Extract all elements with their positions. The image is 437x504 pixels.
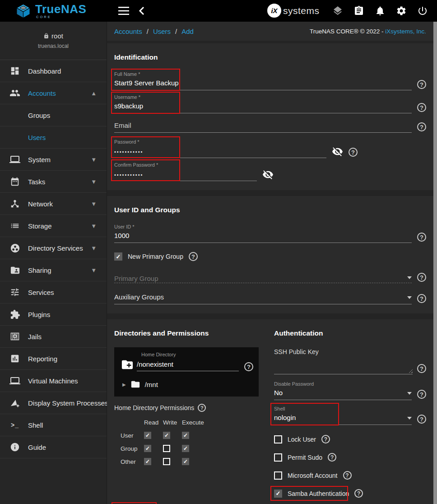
folder-add-icon[interactable] <box>120 358 135 371</box>
new-primary-group-row: New Primary Group <box>114 252 426 261</box>
group-read-checkbox[interactable] <box>144 445 151 452</box>
dropdown-arrow-icon[interactable] <box>407 392 412 395</box>
dropdown-arrow-icon[interactable] <box>407 417 412 420</box>
password-field[interactable]: Password * ••••••••••• <box>114 139 326 158</box>
sidebar-item-users[interactable]: Users <box>0 126 107 149</box>
password-input[interactable]: ••••••••••• <box>114 147 326 158</box>
user-write-checkbox[interactable] <box>163 432 170 439</box>
help-icon[interactable] <box>321 435 330 443</box>
help-icon[interactable] <box>417 273 426 282</box>
help-icon[interactable] <box>198 404 206 412</box>
user-execute-checkbox[interactable] <box>182 432 189 439</box>
help-icon[interactable] <box>417 390 426 399</box>
breadcrumb-accounts[interactable]: Accounts <box>114 28 142 35</box>
tree-expand-icon[interactable]: ▶ <box>122 382 126 387</box>
sidebar-item-accounts[interactable]: Accounts ▲ <box>0 82 107 104</box>
help-icon[interactable] <box>417 233 426 242</box>
notifications-bell-icon[interactable] <box>375 5 386 16</box>
lock-user-checkbox[interactable] <box>274 435 282 443</box>
user-read-checkbox[interactable] <box>144 432 151 439</box>
sidebar-item-plugins[interactable]: Plugins <box>0 303 107 326</box>
power-icon[interactable] <box>417 5 428 16</box>
directory-services-icon <box>9 243 20 253</box>
truecommand-icon[interactable] <box>332 5 343 16</box>
sidebar-item-services[interactable]: Services <box>0 281 107 303</box>
username-input[interactable]: s9backup <box>114 102 412 113</box>
new-primary-group-checkbox[interactable] <box>114 252 122 261</box>
full-name-input[interactable]: Start9 Server Backup <box>114 79 412 90</box>
help-icon[interactable] <box>417 294 426 303</box>
help-icon[interactable] <box>343 471 352 480</box>
sidebar-item-sharing[interactable]: Sharing ▼ <box>0 259 107 281</box>
group-execute-checkbox[interactable] <box>182 445 189 452</box>
other-read-checkbox[interactable] <box>144 458 151 465</box>
directories-authentication-section: Directories and Permissions Home Directo… <box>107 319 433 504</box>
sidebar-item-jails[interactable]: Jails <box>0 326 107 348</box>
user-id-field[interactable]: User ID * 1000 <box>114 224 412 243</box>
confirm-password-field[interactable]: Confirm Password * ••••••••••• <box>114 162 257 181</box>
help-icon[interactable] <box>417 415 426 424</box>
tasks-clipboard-icon[interactable] <box>353 5 364 16</box>
microsoft-account-checkbox[interactable] <box>274 471 282 480</box>
sidebar-item-dashboard[interactable]: Dashboard <box>0 60 107 82</box>
sidebar-item-system[interactable]: System ▼ <box>0 149 107 171</box>
help-icon[interactable] <box>349 148 358 157</box>
help-icon[interactable] <box>354 489 363 498</box>
sidebar-item-virtual-machines[interactable]: Virtual Machines <box>0 370 107 392</box>
breadcrumb-users[interactable]: Users <box>153 28 171 35</box>
email-field[interactable]: Email <box>114 121 412 133</box>
breadcrumb-add[interactable]: Add <box>181 28 194 35</box>
sidebar-item-groups[interactable]: Groups <box>0 104 107 126</box>
help-icon[interactable] <box>244 362 253 371</box>
ixsystems-link[interactable]: iXsystems, Inc. <box>385 28 426 35</box>
shell-select[interactable]: Shell nologin <box>274 406 412 425</box>
permit-sudo-checkbox[interactable] <box>274 453 282 462</box>
sidebar-item-tasks[interactable]: Tasks ▼ <box>0 171 107 193</box>
help-icon[interactable] <box>417 80 426 89</box>
chevron-down-icon: ▼ <box>91 156 97 163</box>
disable-password-select[interactable]: Disable Password No <box>274 381 412 400</box>
truenas-logo[interactable]: TrueNAS CORE <box>15 3 86 19</box>
sidebar-item-network[interactable]: Network ▼ <box>0 193 107 215</box>
group-write-checkbox[interactable] <box>163 445 170 452</box>
sidebar-item-display-system-processes[interactable]: Display System Processes <box>0 392 107 414</box>
scrollbar-thumb[interactable] <box>433 22 437 504</box>
sidebar-item-guide[interactable]: Guide <box>0 436 107 458</box>
sidebar-item-directory-services[interactable]: Directory Services ▼ <box>0 237 107 259</box>
username-field[interactable]: Username * s9backup <box>114 94 412 113</box>
sidebar-item-shell[interactable]: >_ Shell <box>0 414 107 436</box>
chevron-left-icon[interactable] <box>138 5 146 16</box>
menu-icon[interactable] <box>118 6 129 15</box>
shell-icon: >_ <box>9 420 20 430</box>
resize-handle[interactable] <box>408 369 413 373</box>
ssh-public-key-textarea[interactable] <box>274 355 413 374</box>
help-icon[interactable] <box>189 252 198 261</box>
samba-authentication-checkbox[interactable] <box>274 490 282 498</box>
red-highlight-box <box>112 502 157 504</box>
settings-gear-icon[interactable] <box>396 5 407 16</box>
microsoft-account-row: Microsoft Account <box>274 471 426 480</box>
full-name-field[interactable]: Full Name * Start9 Server Backup <box>114 71 412 90</box>
user-id-input[interactable]: 1000 <box>114 232 412 243</box>
visibility-off-icon[interactable] <box>332 146 343 157</box>
email-input[interactable]: Email <box>114 121 412 133</box>
chevron-down-icon: ▼ <box>91 201 97 207</box>
other-execute-checkbox[interactable] <box>182 458 189 465</box>
help-icon[interactable] <box>417 364 426 373</box>
tree-item-mnt[interactable]: ▶ /mnt <box>122 379 253 389</box>
sidebar-item-storage[interactable]: Storage ▼ <box>0 215 107 237</box>
sidebar-item-reporting[interactable]: Reporting <box>0 348 107 370</box>
home-directory-input[interactable]: /nonexistent <box>137 360 239 371</box>
visibility-off-icon[interactable] <box>262 169 274 180</box>
dropdown-arrow-icon[interactable] <box>407 276 412 279</box>
help-icon[interactable] <box>328 453 336 462</box>
perm-row-label: Other <box>121 458 144 465</box>
ssh-public-key-label: SSH Public Key <box>274 348 426 355</box>
help-icon[interactable] <box>417 122 426 131</box>
confirm-password-input[interactable]: ••••••••••• <box>114 170 257 181</box>
dropdown-arrow-icon[interactable] <box>407 296 412 299</box>
help-icon[interactable] <box>417 103 426 112</box>
other-write-checkbox[interactable] <box>163 458 170 465</box>
primary-group-select[interactable]: Primary Group <box>114 275 412 283</box>
auxiliary-groups-select[interactable]: Auxiliary Groups <box>114 293 412 304</box>
